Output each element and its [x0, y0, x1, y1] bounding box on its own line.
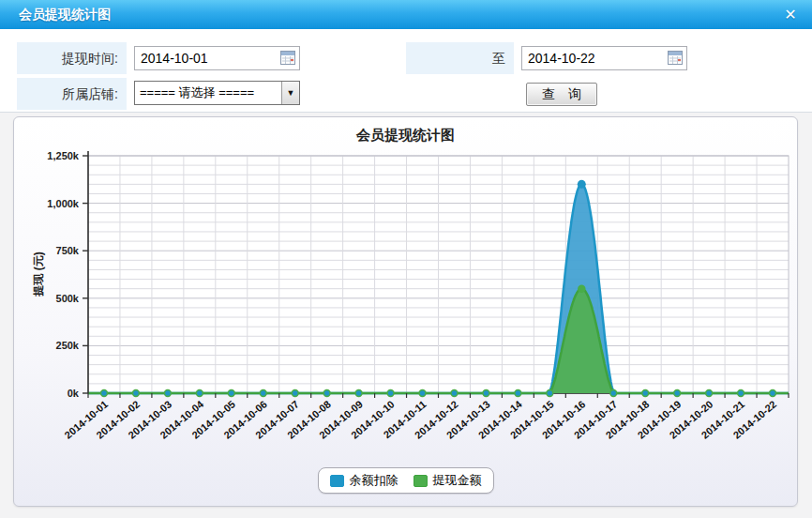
data-point[interactable] [770, 390, 774, 395]
data-point[interactable] [388, 390, 393, 395]
chart-title: 会员提现统计图 [14, 127, 797, 145]
data-point[interactable] [133, 390, 138, 395]
calendar-icon[interactable] [280, 51, 295, 65]
data-point[interactable] [420, 390, 425, 395]
data-point[interactable] [643, 390, 648, 395]
data-point[interactable] [261, 390, 265, 395]
close-button[interactable]: ✕ [780, 5, 801, 25]
legend-label: 余额扣除 [350, 472, 398, 489]
y-tick-label: 1,250k [47, 150, 80, 161]
shop-select[interactable]: ===== 请选择 ===== ▼ [134, 81, 300, 105]
date-from-wrap [134, 46, 300, 70]
dialog-titlebar: 会员提现统计图 ✕ [0, 0, 812, 29]
shop-label: 所属店铺: [17, 78, 127, 110]
data-point[interactable] [293, 390, 297, 395]
chart-legend: 余额扣除 提现金额 [318, 467, 494, 494]
y-tick-label: 1,000k [47, 198, 80, 209]
data-point[interactable] [674, 390, 679, 395]
close-icon: ✕ [784, 6, 796, 23]
shop-select-value: ===== 请选择 ===== [135, 84, 281, 101]
to-label: 至 [406, 42, 514, 74]
withdraw-time-label: 提现时间: [17, 42, 127, 74]
data-point[interactable] [165, 390, 170, 395]
date-to-input[interactable] [521, 46, 687, 70]
data-point[interactable] [578, 284, 585, 292]
filter-form: 提现时间: 至 所属店铺: ===== 请选择 ===== ▼ 查 询 [0, 29, 812, 113]
data-point[interactable] [706, 390, 711, 395]
chart-canvas: 0k250k500k750k1,000k1,250k2014-10-012014… [14, 117, 799, 460]
calendar-icon[interactable] [668, 51, 683, 65]
dialog-title: 会员提现统计图 [19, 7, 111, 23]
data-point[interactable] [516, 390, 520, 395]
data-point[interactable] [452, 390, 457, 395]
legend-item-series2[interactable]: 提现金额 [414, 472, 482, 489]
data-point[interactable] [578, 180, 586, 189]
date-to-wrap [521, 46, 687, 70]
data-point[interactable] [484, 390, 489, 395]
date-from-input[interactable] [134, 46, 300, 70]
data-point[interactable] [101, 390, 106, 395]
y-tick-label: 0k [68, 388, 80, 399]
data-point[interactable] [197, 390, 202, 395]
y-tick-label: 500k [56, 293, 80, 304]
series2-swatch-icon [414, 475, 428, 487]
series1-swatch-icon [330, 475, 344, 487]
data-point[interactable] [229, 390, 233, 395]
y-axis-title: 提现 (元) [31, 251, 47, 296]
data-point[interactable] [611, 390, 616, 395]
data-point[interactable] [738, 390, 743, 395]
chart-panel: 0k250k500k750k1,000k1,250k2014-10-012014… [13, 116, 798, 507]
legend-label: 提现金额 [433, 472, 482, 489]
query-button[interactable]: 查 询 [526, 83, 597, 106]
y-tick-label: 250k [56, 340, 80, 351]
legend-item-series1[interactable]: 余额扣除 [330, 472, 398, 489]
chevron-down-icon[interactable]: ▼ [281, 82, 299, 104]
data-point[interactable] [548, 390, 552, 395]
y-tick-label: 750k [56, 245, 80, 256]
data-point[interactable] [356, 390, 361, 395]
data-point[interactable] [324, 390, 329, 395]
